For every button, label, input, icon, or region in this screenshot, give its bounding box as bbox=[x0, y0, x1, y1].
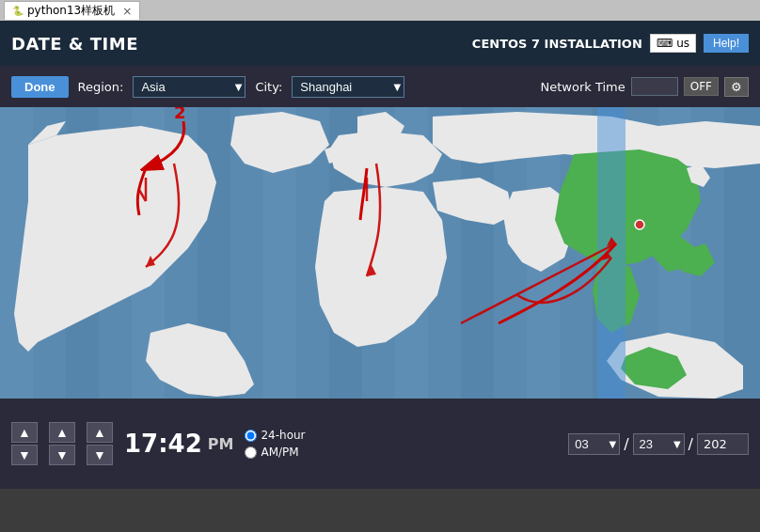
page-title: DATE & TIME bbox=[11, 34, 138, 54]
time-display: 17:42 PM bbox=[124, 430, 233, 458]
world-map[interactable]: 2 bbox=[0, 107, 760, 399]
day-select[interactable]: 01020304 05060708 09101112 13141516 1718… bbox=[633, 433, 685, 455]
year-display: 202 bbox=[697, 433, 749, 455]
hour-up-button[interactable]: ▲ bbox=[11, 422, 38, 443]
format-ampm-option[interactable]: AM/PM bbox=[245, 446, 305, 459]
region-label: Region: bbox=[78, 80, 124, 94]
month-dropdown-wrap: 010203 040506 070809 101112 ▼ bbox=[568, 433, 620, 455]
header-right: CENTOS 7 INSTALLATION ⌨ us Help! bbox=[472, 34, 749, 53]
language-selector[interactable]: ⌨ us bbox=[650, 34, 696, 53]
keyboard-icon: ⌨ bbox=[657, 37, 673, 50]
region-select[interactable]: Asia Africa America Atlantic Australia E… bbox=[133, 76, 245, 98]
lang-code: us bbox=[676, 37, 689, 50]
format-24h-option[interactable]: 24-hour bbox=[245, 429, 305, 442]
city-marker bbox=[635, 220, 644, 229]
done-button[interactable]: Done bbox=[11, 76, 69, 98]
second-down-button[interactable]: ▼ bbox=[87, 445, 113, 465]
second-spinners: ▲ ▼ bbox=[87, 422, 113, 465]
bottom-bar: ▲ ▼ ▲ ▼ ▲ ▼ 17:42 PM 24-hour bbox=[0, 399, 760, 489]
map-svg bbox=[0, 107, 760, 399]
ntp-section: Network Time OFF ⚙ bbox=[541, 77, 749, 97]
tab-title: python13样板机 bbox=[27, 3, 115, 19]
date-separator-2: / bbox=[689, 435, 693, 453]
second-up-button[interactable]: ▲ bbox=[87, 422, 113, 443]
hour-down-button[interactable]: ▼ bbox=[11, 445, 38, 465]
format-24h-label: 24-hour bbox=[261, 429, 305, 442]
minute-spinners: ▲ ▼ bbox=[49, 422, 75, 465]
year-value: 202 bbox=[704, 437, 727, 451]
svg-rect-13 bbox=[597, 107, 625, 399]
ntp-settings-button[interactable]: ⚙ bbox=[724, 77, 749, 97]
tab-close-button[interactable]: × bbox=[122, 5, 132, 18]
day-dropdown-wrap: 01020304 05060708 09101112 13141516 1718… bbox=[633, 433, 685, 455]
ampm-value: PM bbox=[208, 435, 234, 453]
date-separator-1: / bbox=[624, 435, 628, 453]
format-24h-radio[interactable] bbox=[245, 430, 257, 442]
tab-icon: 🐍 bbox=[12, 6, 24, 16]
format-ampm-label: AM/PM bbox=[261, 446, 298, 459]
browser-tab[interactable]: 🐍 python13样板机 × bbox=[4, 1, 140, 20]
page-header: DATE & TIME CENTOS 7 INSTALLATION ⌨ us H… bbox=[0, 21, 760, 66]
ntp-input[interactable] bbox=[631, 77, 678, 96]
ntp-off-label: OFF bbox=[684, 77, 719, 96]
ntp-label: Network Time bbox=[541, 80, 625, 94]
time-value: 17:42 bbox=[124, 430, 202, 458]
minute-down-button[interactable]: ▼ bbox=[49, 445, 75, 465]
hour-spinners: ▲ ▼ bbox=[11, 422, 38, 465]
region-dropdown-wrap: Asia Africa America Atlantic Australia E… bbox=[133, 76, 245, 98]
format-ampm-radio[interactable] bbox=[245, 446, 257, 459]
date-section: 010203 040506 070809 101112 ▼ / 01020304… bbox=[568, 433, 749, 455]
help-button[interactable]: Help! bbox=[704, 34, 749, 53]
time-format-group: 24-hour AM/PM bbox=[245, 429, 305, 459]
minute-up-button[interactable]: ▲ bbox=[49, 422, 75, 443]
centos-label: CENTOS 7 INSTALLATION bbox=[472, 37, 642, 51]
city-select[interactable]: Shanghai Beijing Chongqing Harbin Kashga… bbox=[292, 76, 404, 98]
month-select[interactable]: 010203 040506 070809 101112 bbox=[568, 433, 620, 455]
city-dropdown-wrap: Shanghai Beijing Chongqing Harbin Kashga… bbox=[292, 76, 404, 98]
toolbar: Done Region: Asia Africa America Atlanti… bbox=[0, 66, 760, 107]
city-label: City: bbox=[255, 80, 282, 94]
